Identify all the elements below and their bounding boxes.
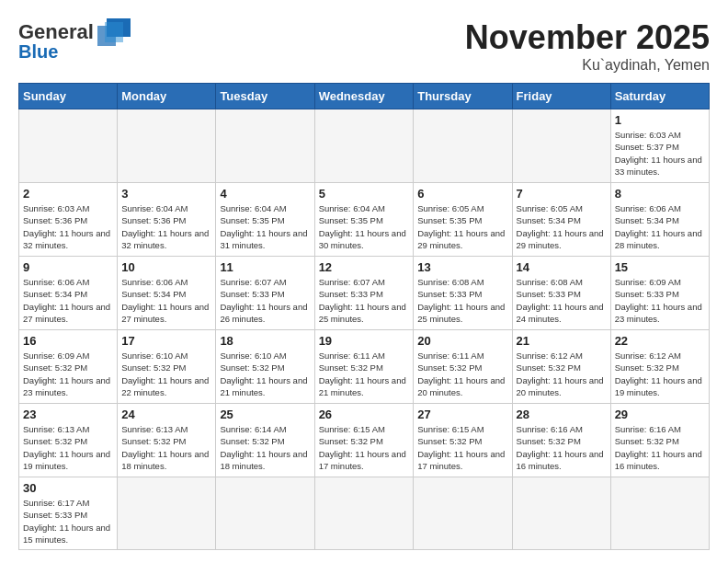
day-number: 24 (121, 408, 211, 421)
calendar-header-friday: Friday (512, 84, 610, 109)
calendar-day-cell (414, 477, 512, 550)
calendar-day-cell: 1Sunrise: 6:03 AM Sunset: 5:37 PM Daylig… (610, 109, 709, 183)
day-number: 17 (121, 334, 211, 348)
calendar-header-saturday: Saturday (610, 84, 709, 109)
day-info: Sunrise: 6:15 AM Sunset: 5:32 PM Dayligh… (417, 423, 507, 472)
calendar-day-cell: 22Sunrise: 6:12 AM Sunset: 5:32 PM Dayli… (610, 330, 709, 404)
calendar-header-row: SundayMondayTuesdayWednesdayThursdayFrid… (19, 84, 710, 109)
day-number: 18 (220, 334, 310, 348)
day-number: 6 (417, 187, 507, 201)
day-info: Sunrise: 6:08 AM Sunset: 5:33 PM Dayligh… (417, 276, 507, 325)
location: Ku`aydinah, Yemen (465, 57, 710, 74)
calendar-day-cell: 3Sunrise: 6:04 AM Sunset: 5:36 PM Daylig… (118, 183, 216, 257)
day-info: Sunrise: 6:13 AM Sunset: 5:32 PM Dayligh… (121, 423, 211, 472)
day-number: 8 (615, 187, 705, 201)
calendar-week-row: 23Sunrise: 6:13 AM Sunset: 5:32 PM Dayli… (19, 404, 710, 477)
calendar-table: SundayMondayTuesdayWednesdayThursdayFrid… (18, 83, 710, 550)
day-info: Sunrise: 6:11 AM Sunset: 5:32 PM Dayligh… (319, 350, 410, 398)
day-number: 28 (517, 408, 607, 421)
calendar-day-cell: 23Sunrise: 6:13 AM Sunset: 5:32 PM Dayli… (19, 404, 118, 477)
day-info: Sunrise: 6:07 AM Sunset: 5:33 PM Dayligh… (319, 276, 410, 325)
calendar-day-cell: 2Sunrise: 6:03 AM Sunset: 5:36 PM Daylig… (19, 183, 118, 257)
day-number: 19 (319, 334, 410, 348)
calendar-day-cell: 5Sunrise: 6:04 AM Sunset: 5:35 PM Daylig… (314, 183, 414, 257)
month-title: November 2025 (465, 18, 710, 57)
calendar-day-cell: 29Sunrise: 6:16 AM Sunset: 5:32 PM Dayli… (610, 404, 709, 477)
day-number: 27 (417, 408, 507, 421)
calendar-day-cell (414, 109, 512, 183)
day-number: 16 (23, 334, 113, 348)
calendar-day-cell: 9Sunrise: 6:06 AM Sunset: 5:34 PM Daylig… (19, 257, 118, 330)
calendar-day-cell: 25Sunrise: 6:14 AM Sunset: 5:32 PM Dayli… (216, 404, 314, 477)
day-info: Sunrise: 6:17 AM Sunset: 5:33 PM Dayligh… (23, 497, 113, 546)
logo-icon (97, 18, 131, 46)
calendar-day-cell: 30Sunrise: 6:17 AM Sunset: 5:33 PM Dayli… (19, 477, 118, 550)
day-info: Sunrise: 6:10 AM Sunset: 5:32 PM Dayligh… (220, 350, 310, 398)
calendar-day-cell (118, 109, 216, 183)
title-block: November 2025 Ku`aydinah, Yemen (465, 18, 710, 74)
calendar-day-cell: 17Sunrise: 6:10 AM Sunset: 5:32 PM Dayli… (118, 330, 216, 404)
day-number: 30 (23, 481, 113, 495)
calendar-day-cell: 27Sunrise: 6:15 AM Sunset: 5:32 PM Dayli… (414, 404, 512, 477)
calendar-day-cell (610, 477, 709, 550)
day-number: 14 (517, 260, 607, 274)
calendar-day-cell (512, 477, 610, 550)
calendar-week-row: 30Sunrise: 6:17 AM Sunset: 5:33 PM Dayli… (19, 477, 710, 550)
day-number: 12 (319, 260, 410, 274)
calendar-header-sunday: Sunday (19, 84, 118, 109)
calendar-day-cell: 14Sunrise: 6:08 AM Sunset: 5:33 PM Dayli… (512, 257, 610, 330)
day-number: 13 (417, 260, 507, 274)
day-info: Sunrise: 6:16 AM Sunset: 5:32 PM Dayligh… (517, 423, 607, 472)
day-info: Sunrise: 6:03 AM Sunset: 5:36 PM Dayligh… (23, 202, 113, 251)
day-number: 4 (220, 187, 310, 201)
day-info: Sunrise: 6:15 AM Sunset: 5:32 PM Dayligh… (319, 423, 410, 472)
day-info: Sunrise: 6:04 AM Sunset: 5:36 PM Dayligh… (121, 202, 211, 251)
calendar-day-cell (314, 477, 414, 550)
day-info: Sunrise: 6:13 AM Sunset: 5:32 PM Dayligh… (23, 423, 113, 472)
day-number: 20 (417, 334, 507, 348)
calendar-day-cell (118, 477, 216, 550)
day-number: 9 (23, 260, 113, 274)
logo: General Blue (18, 18, 131, 61)
day-info: Sunrise: 6:10 AM Sunset: 5:32 PM Dayligh… (121, 350, 211, 398)
day-info: Sunrise: 6:06 AM Sunset: 5:34 PM Dayligh… (615, 202, 705, 251)
day-number: 7 (517, 187, 607, 201)
calendar-week-row: 9Sunrise: 6:06 AM Sunset: 5:34 PM Daylig… (19, 257, 710, 330)
day-info: Sunrise: 6:05 AM Sunset: 5:34 PM Dayligh… (517, 202, 607, 251)
svg-marker-2 (105, 22, 123, 42)
day-number: 2 (23, 187, 113, 201)
day-info: Sunrise: 6:05 AM Sunset: 5:35 PM Dayligh… (417, 202, 507, 251)
day-number: 1 (615, 113, 705, 127)
calendar-header-thursday: Thursday (414, 84, 512, 109)
calendar-day-cell: 8Sunrise: 6:06 AM Sunset: 5:34 PM Daylig… (610, 183, 709, 257)
calendar-day-cell: 10Sunrise: 6:06 AM Sunset: 5:34 PM Dayli… (118, 257, 216, 330)
logo-text-general: General (18, 22, 94, 42)
calendar-day-cell: 18Sunrise: 6:10 AM Sunset: 5:32 PM Dayli… (216, 330, 314, 404)
day-info: Sunrise: 6:04 AM Sunset: 5:35 PM Dayligh… (319, 202, 410, 251)
calendar-day-cell: 11Sunrise: 6:07 AM Sunset: 5:33 PM Dayli… (216, 257, 314, 330)
calendar-day-cell: 19Sunrise: 6:11 AM Sunset: 5:32 PM Dayli… (314, 330, 414, 404)
calendar-day-cell (19, 109, 118, 183)
calendar-day-cell (314, 109, 414, 183)
calendar-day-cell (216, 109, 314, 183)
day-info: Sunrise: 6:14 AM Sunset: 5:32 PM Dayligh… (220, 423, 310, 472)
day-number: 29 (615, 408, 705, 421)
day-number: 26 (319, 408, 410, 421)
calendar-week-row: 16Sunrise: 6:09 AM Sunset: 5:32 PM Dayli… (19, 330, 710, 404)
calendar-day-cell (512, 109, 610, 183)
logo-text-blue: Blue (18, 42, 58, 61)
day-number: 21 (517, 334, 607, 348)
calendar-week-row: 2Sunrise: 6:03 AM Sunset: 5:36 PM Daylig… (19, 183, 710, 257)
calendar-day-cell: 26Sunrise: 6:15 AM Sunset: 5:32 PM Dayli… (314, 404, 414, 477)
day-info: Sunrise: 6:04 AM Sunset: 5:35 PM Dayligh… (220, 202, 310, 251)
calendar-day-cell: 16Sunrise: 6:09 AM Sunset: 5:32 PM Dayli… (19, 330, 118, 404)
day-info: Sunrise: 6:06 AM Sunset: 5:34 PM Dayligh… (121, 276, 211, 325)
day-number: 11 (220, 260, 310, 274)
calendar-header-monday: Monday (118, 84, 216, 109)
day-number: 5 (319, 187, 410, 201)
calendar-day-cell: 6Sunrise: 6:05 AM Sunset: 5:35 PM Daylig… (414, 183, 512, 257)
calendar-day-cell: 13Sunrise: 6:08 AM Sunset: 5:33 PM Dayli… (414, 257, 512, 330)
day-info: Sunrise: 6:03 AM Sunset: 5:37 PM Dayligh… (615, 129, 705, 178)
day-number: 25 (220, 408, 310, 421)
day-info: Sunrise: 6:06 AM Sunset: 5:34 PM Dayligh… (23, 276, 113, 325)
